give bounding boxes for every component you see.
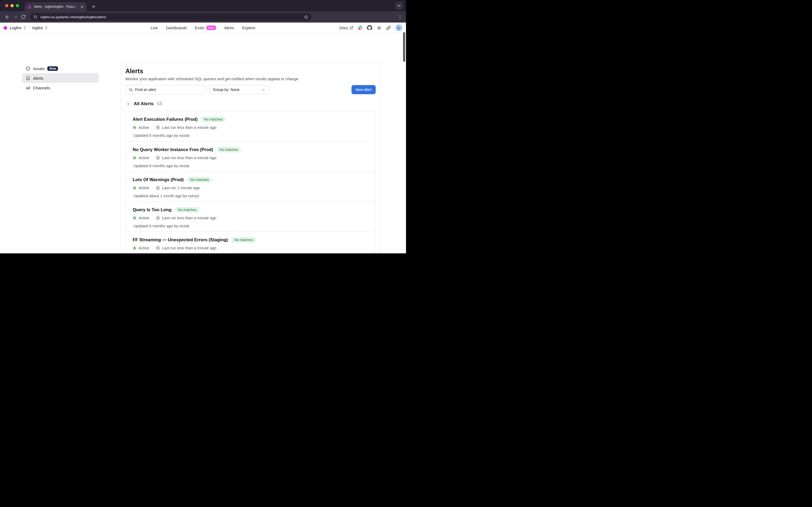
slack-icon[interactable]: [358, 25, 363, 30]
group-title: All Alerts: [134, 101, 154, 107]
project-selector-icon[interactable]: [45, 26, 48, 30]
breadcrumb-separator: /: [29, 26, 30, 30]
alert-card[interactable]: No Query Worker Instance Free (Prod) No …: [126, 141, 375, 171]
browser-window: Alerts · logfire/logfire · Pydant logfir…: [0, 0, 406, 253]
no-matches-badge: No matches: [175, 207, 200, 213]
forward-button[interactable]: [11, 13, 19, 21]
minimize-window-button[interactable]: [10, 4, 14, 7]
active-status-dot-icon: [132, 216, 137, 220]
alert-card[interactable]: Query Is Too Long No matches Active Last…: [126, 201, 375, 231]
alert-list: Alert Execution Failures (Prod) No match…: [125, 111, 376, 253]
project-name[interactable]: logfire: [32, 26, 43, 30]
alert-title: Query Is Too Long: [132, 207, 172, 212]
alert-card[interactable]: Alert Execution Failures (Prod) No match…: [126, 111, 375, 141]
search-icon: [128, 88, 133, 92]
alert-title: Alert Execution Failures (Prod): [132, 117, 198, 122]
sidebar-item-label: Alerts: [33, 76, 43, 80]
alert-status: Active: [139, 186, 149, 190]
browser-tab[interactable]: Alerts · logfire/logfire · Pydant: [25, 2, 87, 11]
tab-close-icon[interactable]: [79, 4, 84, 9]
no-matches-badge: No matches: [231, 237, 256, 243]
alert-title: FF Streaming — Unexpected Errors (Stagin…: [132, 237, 228, 242]
reload-button[interactable]: [19, 13, 28, 21]
play-circle-icon: [156, 125, 160, 130]
issues-badge-alert-icon: [26, 66, 30, 71]
issues-beta-badge: Beta: [47, 66, 58, 71]
group-count: 53: [157, 102, 162, 106]
alert-last-run: Last run less than a minute ago: [162, 125, 216, 130]
nav-dashboards[interactable]: Dashboards: [166, 26, 187, 30]
alert-title: No Query Worker Instance Free (Prod): [132, 147, 213, 152]
tab-list-dropdown-button[interactable]: [395, 2, 403, 9]
breadcrumb: Logfire / logfire: [4, 26, 48, 30]
sidebar-item-label: Channels: [33, 86, 50, 90]
external-link-icon: [349, 26, 354, 30]
github-icon[interactable]: [367, 25, 372, 30]
search-input[interactable]: [135, 88, 203, 92]
close-window-button[interactable]: [5, 4, 8, 7]
no-matches-badge: No matches: [187, 177, 212, 182]
browser-titlebar: Alerts · logfire/logfire · Pydant: [0, 0, 406, 11]
browser-toolbar: logfire-eu.pydantic.info/logfire/logfire…: [0, 11, 406, 22]
evals-beta-badge: beta: [206, 25, 216, 30]
sidebar-item-label: Issues: [33, 66, 45, 71]
sidebar-item-issues[interactable]: Issues Beta: [22, 64, 99, 73]
page-content: Logfire / logfire Live Dashboards Evalsb…: [0, 22, 406, 253]
sidebar: Issues Beta Alerts Channels: [22, 64, 99, 93]
search-box[interactable]: [125, 85, 206, 94]
all-alerts-group-header[interactable]: All Alerts 53: [125, 101, 376, 107]
nav-live[interactable]: Live: [151, 26, 158, 30]
org-selector-icon[interactable]: [23, 26, 26, 30]
play-circle-icon: [156, 216, 160, 220]
back-button[interactable]: [3, 13, 11, 21]
nav-alerts[interactable]: Alerts: [224, 26, 234, 30]
alert-status: Active: [139, 246, 149, 250]
play-circle-icon: [156, 246, 160, 250]
megaphone-icon: [26, 86, 30, 90]
alerts-panel: Alerts Monitor your application with sch…: [121, 63, 380, 253]
theme-sun-icon[interactable]: [377, 25, 382, 30]
alert-status-row: Active Last run 1 minute ago: [132, 186, 368, 190]
browser-menu-icon[interactable]: [398, 15, 402, 19]
alert-card[interactable]: FF Streaming — Unexpected Errors (Stagin…: [126, 231, 375, 253]
site-settings-icon[interactable]: [33, 15, 38, 19]
scrollbar-thumb[interactable]: [403, 32, 405, 62]
main-nav: Live Dashboards Evalsbeta Alerts Explore: [151, 25, 255, 30]
active-status-dot-icon: [132, 246, 137, 250]
alert-status-row: Active Last run less than a minute ago: [132, 156, 368, 160]
bookmark-star-icon[interactable]: [304, 15, 308, 19]
bell-icon: [26, 76, 30, 80]
no-matches-badge: No matches: [217, 147, 241, 153]
alerts-controls: Group by: None New Alert: [125, 85, 376, 94]
logfire-logo-icon: [3, 25, 8, 30]
fullscreen-window-button[interactable]: [16, 4, 19, 7]
chevron-right-icon[interactable]: [126, 102, 130, 106]
group-by-select[interactable]: Group by: None: [209, 85, 269, 94]
play-circle-icon: [156, 186, 160, 190]
active-status-dot-icon: [132, 156, 137, 160]
active-status-dot-icon: [132, 186, 137, 190]
traffic-lights: [5, 4, 19, 7]
new-tab-button[interactable]: [90, 3, 97, 10]
alert-status-row: Active Last run less than a minute ago: [132, 125, 368, 130]
nav-evals[interactable]: Evalsbeta: [195, 25, 216, 30]
page-title: Alerts: [125, 68, 376, 75]
address-bar[interactable]: logfire-eu.pydantic.info/logfire/logfire…: [30, 13, 312, 21]
user-avatar[interactable]: L: [395, 24, 402, 31]
nav-explore[interactable]: Explore: [242, 26, 255, 30]
alert-status: Active: [139, 125, 149, 130]
alert-updated: Updated 6 months ago by nicola: [132, 133, 368, 138]
share-link-icon[interactable]: [386, 25, 391, 30]
url-text[interactable]: logfire-eu.pydantic.info/logfire/logfire…: [41, 15, 106, 19]
alert-last-run: Last run less than a minute ago: [162, 216, 216, 220]
sidebar-item-channels[interactable]: Channels: [22, 83, 99, 93]
org-name[interactable]: Logfire: [10, 26, 21, 30]
alert-card[interactable]: Lots Of Warnings (Prod) No matches Activ…: [126, 171, 375, 201]
alert-updated: Updated 6 months ago by nicola: [132, 224, 368, 228]
new-alert-button[interactable]: New Alert: [351, 85, 376, 94]
app-header: Logfire / logfire Live Dashboards Evalsb…: [0, 22, 406, 33]
alert-last-run: Last run less than a minute ago: [162, 246, 216, 250]
alert-last-run: Last run less than a minute ago: [162, 156, 216, 160]
docs-link[interactable]: Docs: [339, 26, 354, 30]
sidebar-item-alerts[interactable]: Alerts: [22, 73, 99, 83]
